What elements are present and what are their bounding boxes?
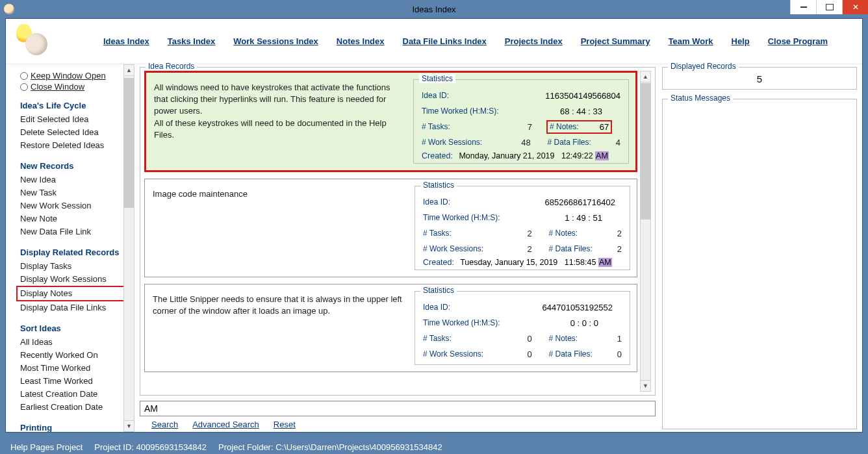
- idea-id-label: Idea ID:: [422, 91, 500, 100]
- record-description: Image code maintenance: [151, 186, 409, 270]
- new-note[interactable]: New Note: [20, 212, 132, 225]
- tasks-value: 0: [500, 334, 531, 344]
- created-label: Created:: [423, 258, 454, 267]
- status-messages-legend: Status Messages: [668, 94, 733, 103]
- advanced-search-link[interactable]: Advanced Search: [192, 420, 259, 429]
- scroll-down-icon[interactable]: ▼: [124, 420, 134, 431]
- created-time: 12:49:22: [561, 151, 593, 160]
- status-project-folder: Project Folder: C:\Users\Darren\Projects…: [218, 442, 442, 452]
- notes-highlight: # Notes: 67: [546, 120, 612, 134]
- menu-notes-index[interactable]: Notes Index: [337, 36, 385, 46]
- window-controls: [790, 0, 868, 14]
- data-files-value: 0: [595, 349, 622, 359]
- client-area: Ideas Index Tasks Index Work Sessions In…: [5, 18, 863, 433]
- scroll-down-icon[interactable]: ▼: [641, 380, 650, 391]
- edit-selected-idea[interactable]: Edit Selected Idea: [20, 113, 132, 126]
- close-button[interactable]: [842, 0, 868, 14]
- sidebar: Keep Window Open Close Window Idea's Lif…: [6, 64, 134, 432]
- menu-tasks-index[interactable]: Tasks Index: [168, 36, 215, 46]
- tasks-label: # Tasks:: [423, 229, 500, 238]
- data-files-label: # Data Files:: [548, 349, 594, 359]
- idea-record[interactable]: The Little Snipper needs to ensure that …: [144, 284, 637, 372]
- scroll-thumb[interactable]: [124, 78, 134, 208]
- main-menu: Ideas Index Tasks Index Work Sessions In…: [6, 19, 862, 64]
- menu-ideas-index[interactable]: Ideas Index: [103, 36, 149, 46]
- tasks-value: 7: [500, 122, 532, 132]
- displayed-records-fieldset: Displayed Records 5: [662, 67, 857, 90]
- scroll-thumb[interactable]: [641, 83, 650, 220]
- delete-selected-idea[interactable]: Delete Selected Idea: [20, 126, 132, 139]
- work-sessions-label: # Work Sessions:: [423, 349, 500, 359]
- idea-record[interactable]: All windows need to have keystrokes that…: [144, 71, 637, 172]
- tasks-label: # Tasks:: [422, 122, 500, 131]
- records-scrollbar[interactable]: ▲ ▼: [640, 71, 651, 392]
- menu-help[interactable]: Help: [732, 36, 750, 46]
- keep-window-open-radio[interactable]: Keep Window Open: [20, 71, 132, 81]
- sidebar-scrollbar[interactable]: ▲ ▼: [123, 64, 134, 432]
- reset-link[interactable]: Reset: [274, 420, 296, 429]
- status-bar: Help Pages Project Project ID: 400956931…: [5, 440, 863, 454]
- menu-projects-index[interactable]: Projects Index: [505, 36, 563, 46]
- app-titlebar-icon: [4, 4, 14, 14]
- new-work-session[interactable]: New Work Session: [20, 199, 132, 212]
- work-sessions-value: 48: [498, 138, 530, 147]
- idea-record[interactable]: Image code maintenance Statistics Idea I…: [144, 179, 637, 277]
- menu-close-program[interactable]: Close Program: [768, 36, 828, 46]
- restore-deleted-ideas[interactable]: Restore Deleted Ideas: [20, 139, 132, 152]
- sort-most-time-worked[interactable]: Most Time Worked: [20, 362, 132, 375]
- notes-label: # Notes:: [548, 229, 594, 238]
- created-date: Monday, January 21, 2019: [459, 151, 554, 160]
- sort-latest-creation-date[interactable]: Latest Creation Date: [20, 388, 132, 401]
- sort-recently-worked-on[interactable]: Recently Worked On: [20, 349, 132, 362]
- display-data-file-links[interactable]: Display Data File Links: [20, 301, 132, 314]
- idea-id-value: 1163504149566804: [545, 91, 620, 101]
- data-files-label: # Data Files:: [547, 138, 593, 147]
- notes-label: # Notes:: [550, 122, 579, 131]
- display-notes[interactable]: Display Notes: [16, 286, 132, 301]
- close-window-radio[interactable]: Close Window: [20, 82, 132, 92]
- search-link[interactable]: Search: [151, 420, 178, 429]
- new-idea[interactable]: New Idea: [20, 173, 132, 186]
- records-list: All windows need to have keystrokes that…: [144, 71, 640, 392]
- sort-earliest-creation-date[interactable]: Earliest Creation Date: [20, 401, 132, 414]
- time-worked-value: 1 : 49 : 51: [565, 213, 602, 223]
- idea-id-label: Idea ID:: [423, 197, 501, 207]
- time-worked-label: Time Worked (H:M:S):: [423, 213, 501, 222]
- time-worked-label: Time Worked (H:M:S):: [423, 318, 501, 327]
- display-work-sessions[interactable]: Display Work Sessions: [20, 273, 132, 286]
- tasks-label: # Tasks:: [423, 334, 500, 343]
- menu-project-summary[interactable]: Project Summary: [581, 36, 650, 46]
- scroll-up-icon[interactable]: ▲: [124, 65, 134, 76]
- notes-value: 67: [600, 122, 609, 132]
- work-sessions-value: 2: [500, 244, 531, 254]
- titlebar: Ideas Index: [0, 0, 868, 18]
- minimize-button[interactable]: [790, 0, 816, 14]
- new-data-file-link[interactable]: New Data File Link: [20, 225, 132, 238]
- sort-least-time-worked[interactable]: Least Time Worked: [20, 375, 132, 388]
- display-tasks[interactable]: Display Tasks: [20, 260, 132, 273]
- idea-records-legend: Idea Records: [146, 62, 197, 71]
- window-title: Ideas Index: [412, 5, 455, 14]
- work-sessions-value: 0: [500, 349, 531, 359]
- statistics-box: Statistics Idea ID: 644701053192552: [415, 291, 630, 365]
- notes-value: 1: [595, 334, 622, 344]
- data-files-label: # Data Files:: [548, 244, 594, 253]
- time-worked-value: 0 : 0 : 0: [570, 318, 598, 328]
- data-files-value: 4: [594, 138, 620, 147]
- scroll-up-icon[interactable]: ▲: [641, 71, 650, 82]
- notes-label: # Notes:: [548, 334, 594, 343]
- maximize-button[interactable]: [816, 0, 842, 14]
- menu-work-sessions-index[interactable]: Work Sessions Index: [233, 36, 318, 46]
- radio-icon: [20, 72, 28, 80]
- time-worked-label: Time Worked (H:M:S):: [422, 107, 500, 116]
- menu-team-work[interactable]: Team Work: [669, 36, 713, 46]
- head-icon: [25, 33, 47, 55]
- menu-data-file-links-index[interactable]: Data File Links Index: [403, 36, 487, 46]
- created-date: Tuesday, January 15, 2019: [460, 258, 557, 267]
- sort-all-ideas[interactable]: All Ideas: [20, 336, 132, 349]
- new-records-heading: New Records: [20, 161, 132, 171]
- search-input[interactable]: [140, 401, 656, 416]
- new-task[interactable]: New Task: [20, 186, 132, 199]
- search-area: Search Advanced Search Reset: [140, 401, 656, 429]
- idea-id-value: 644701053192552: [542, 303, 613, 312]
